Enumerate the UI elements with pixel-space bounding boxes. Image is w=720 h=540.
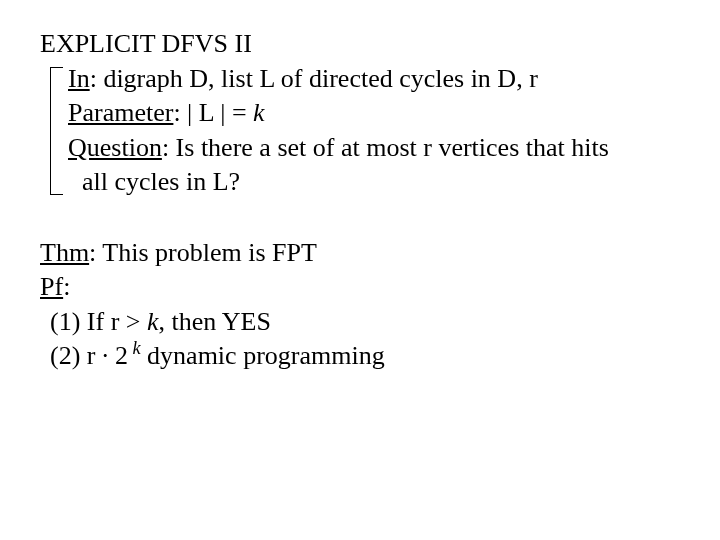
parameter-text: : | L | = [173,98,253,127]
proof-label: Pf [40,272,63,301]
proof-item-1b: , then YES [159,307,271,336]
question-label: Question [68,133,162,162]
input-line: In: digraph D, list L of directed cycles… [68,63,680,96]
proof-item-1a: (1) If r > [50,307,147,336]
problem-definition-block: EXPLICIT DFVS II In: digraph D, list L o… [40,28,680,199]
parameter-line: Parameter: | L | = k [68,97,680,130]
proof-colon: : [63,272,70,301]
theorem-block: Thm: This problem is FPT Pf: (1) If r > … [40,237,680,373]
theorem-text: : This problem is FPT [89,238,317,267]
proof-item-2: (2) r · 2 k dynamic programming [40,340,680,373]
proof-label-line: Pf: [40,271,680,304]
parameter-k: k [253,98,265,127]
proof-item-1: (1) If r > k, then YES [40,306,680,339]
input-label: In [68,64,90,93]
proof-item-2b: dynamic programming [141,341,385,370]
theorem-line: Thm: This problem is FPT [40,237,680,270]
definition-list: In: digraph D, list L of directed cycles… [68,63,680,199]
bracket-icon [50,67,63,195]
theorem-label: Thm [40,238,89,267]
input-text: : digraph D, list L of directed cycles i… [90,64,538,93]
proof-item-2-exp: k [128,338,141,358]
proof-item-2a: (2) r · 2 [50,341,128,370]
parameter-label: Parameter [68,98,173,127]
question-text-1: : Is there a set of at most r vertices t… [162,133,609,162]
slide: EXPLICIT DFVS II In: digraph D, list L o… [0,0,720,373]
proof-item-1-k: k [147,307,159,336]
question-text-2: all cycles in L? [82,167,240,196]
question-line-1: Question: Is there a set of at most r ve… [68,132,680,165]
question-line-2: all cycles in L? [68,166,680,199]
problem-title: EXPLICIT DFVS II [40,28,680,61]
